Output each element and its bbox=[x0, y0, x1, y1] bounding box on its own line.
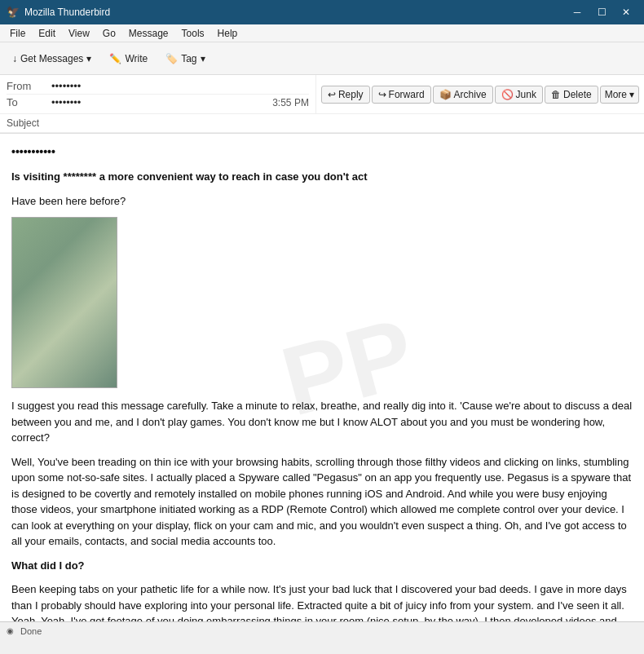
delete-button[interactable]: 🗑 Delete bbox=[545, 86, 598, 104]
email-header-panel: From •••••••• To •••••••• 3:55 PM ↩ Repl… bbox=[0, 75, 644, 134]
get-messages-dropdown-icon: ▾ bbox=[86, 53, 91, 64]
archive-button[interactable]: 📦 Archive bbox=[433, 86, 493, 104]
close-button[interactable]: ✕ bbox=[615, 4, 637, 20]
menu-item-file[interactable]: File bbox=[3, 26, 32, 41]
email-para1: I suggest you read this message carefull… bbox=[11, 398, 633, 446]
app-title: Mozilla Thunderbird bbox=[24, 7, 110, 18]
title-bar-left: 🦅 Mozilla Thunderbird bbox=[7, 6, 110, 19]
delete-icon: 🗑 bbox=[551, 89, 561, 100]
email-embedded-image bbox=[11, 217, 117, 388]
headline-bold: Is visiting ******** a more convenient w… bbox=[11, 170, 368, 183]
email-what-header: What did I do? bbox=[11, 558, 633, 574]
tag-button[interactable]: 🏷️ Tag ▾ bbox=[158, 49, 212, 68]
junk-icon: 🚫 bbox=[501, 89, 514, 100]
sender-masked: ••••••••••• bbox=[11, 144, 633, 161]
menu-item-view[interactable]: View bbox=[62, 26, 96, 41]
email-meta: From •••••••• To •••••••• 3:55 PM bbox=[0, 75, 315, 113]
from-label: From bbox=[7, 80, 51, 92]
toolbar: ↓ Get Messages ▾ ✏️ Write 🏷️ Tag ▾ bbox=[0, 42, 644, 75]
to-row: To •••••••• 3:55 PM bbox=[7, 95, 309, 110]
reply-label: Reply bbox=[338, 89, 364, 100]
email-action-buttons: ↩ Reply ↪ Forward 📦 Archive 🚫 Junk 🗑 Del… bbox=[315, 75, 644, 113]
write-button[interactable]: ✏️ Write bbox=[102, 49, 155, 68]
get-messages-button[interactable]: ↓ Get Messages ▾ bbox=[5, 49, 99, 68]
more-button[interactable]: More ▾ bbox=[600, 86, 639, 104]
email-headline: Is visiting ******** a more convenient w… bbox=[11, 169, 633, 185]
menu-item-edit[interactable]: Edit bbox=[32, 26, 62, 41]
menu-item-message[interactable]: Message bbox=[122, 26, 175, 41]
email-body-container[interactable]: PP ••••••••••• Is visiting ******** a mo… bbox=[0, 134, 644, 621]
status-bar: ◉ Done bbox=[0, 621, 644, 639]
email-time: 3:55 PM bbox=[272, 97, 309, 108]
minimize-button[interactable]: ─ bbox=[566, 4, 589, 20]
tag-dropdown-icon: ▾ bbox=[201, 53, 205, 64]
tag-icon: 🏷️ bbox=[165, 53, 178, 64]
archive-icon: 📦 bbox=[439, 89, 452, 100]
status-icon: ◉ bbox=[7, 626, 14, 635]
archive-label: Archive bbox=[454, 89, 487, 100]
email-para3: Been keeping tabs on your pathetic life … bbox=[11, 581, 633, 621]
from-row: From •••••••• bbox=[7, 78, 309, 95]
more-dropdown-icon: ▾ bbox=[629, 89, 634, 100]
title-bar-controls: ─ ☐ ✕ bbox=[566, 4, 637, 20]
get-messages-icon: ↓ bbox=[12, 53, 17, 64]
more-label: More bbox=[605, 89, 627, 100]
title-bar: 🦅 Mozilla Thunderbird ─ ☐ ✕ bbox=[0, 0, 644, 24]
reply-icon: ↩ bbox=[328, 89, 336, 100]
email-para2: Well, You've been treading on thin ice w… bbox=[11, 454, 633, 550]
menu-item-go[interactable]: Go bbox=[96, 26, 122, 41]
from-value: •••••••• bbox=[51, 80, 309, 92]
status-text: Done bbox=[20, 626, 42, 636]
forward-label: Forward bbox=[389, 89, 425, 100]
write-icon: ✏️ bbox=[109, 53, 121, 64]
subject-label: Subject bbox=[7, 117, 51, 129]
tag-label: Tag bbox=[181, 53, 196, 64]
get-messages-label: Get Messages bbox=[20, 53, 83, 64]
forward-button[interactable]: ↪ Forward bbox=[372, 86, 431, 104]
junk-label: Junk bbox=[516, 89, 536, 100]
app-icon: 🦅 bbox=[7, 6, 20, 19]
email-body: ••••••••••• Is visiting ******** a more … bbox=[11, 144, 633, 621]
what-header-bold: What did I do? bbox=[11, 559, 85, 572]
forward-icon: ↪ bbox=[378, 89, 386, 100]
menu-item-tools[interactable]: Tools bbox=[175, 26, 211, 41]
delete-label: Delete bbox=[563, 89, 592, 100]
menu-bar: FileEditViewGoMessageToolsHelp bbox=[0, 24, 644, 42]
subject-row: Subject bbox=[0, 114, 644, 133]
email-header-top: From •••••••• To •••••••• 3:55 PM ↩ Repl… bbox=[0, 75, 644, 114]
email-intro: Have been here before? bbox=[11, 193, 633, 210]
menu-item-help[interactable]: Help bbox=[211, 26, 245, 41]
write-label: Write bbox=[125, 53, 148, 64]
to-label: To bbox=[7, 96, 51, 108]
maximize-button[interactable]: ☐ bbox=[590, 4, 613, 20]
junk-button[interactable]: 🚫 Junk bbox=[495, 86, 543, 104]
to-value: •••••••• bbox=[51, 96, 272, 108]
reply-button[interactable]: ↩ Reply bbox=[321, 86, 370, 104]
